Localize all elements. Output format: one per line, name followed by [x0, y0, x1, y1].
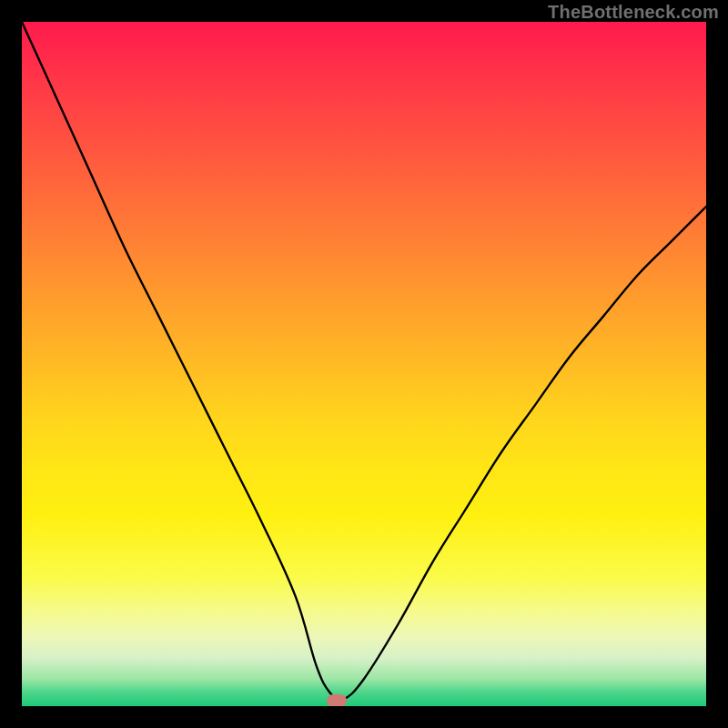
- plot-area: [22, 22, 706, 706]
- bottleneck-curve: [22, 22, 706, 706]
- watermark-text: TheBottleneck.com: [548, 2, 719, 23]
- chart-frame: TheBottleneck.com: [0, 0, 728, 728]
- optimal-point-marker: [327, 694, 347, 706]
